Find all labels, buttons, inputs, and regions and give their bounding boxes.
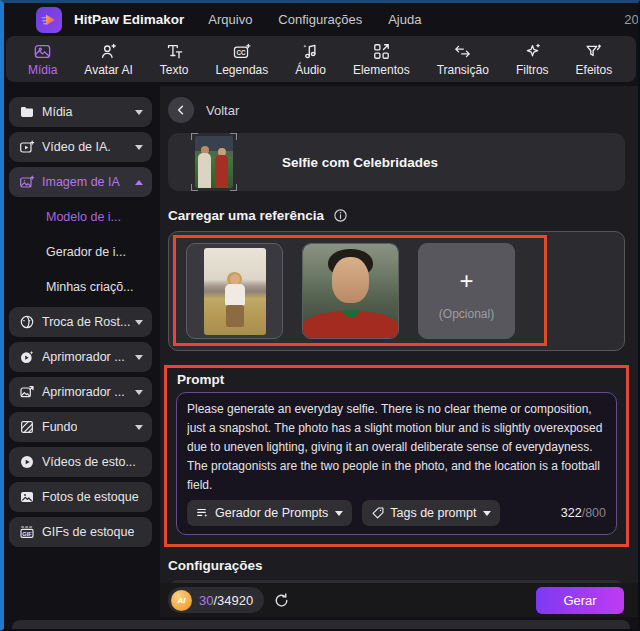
- tab-elementos[interactable]: Elementos: [353, 42, 410, 77]
- svg-text:CC: CC: [236, 49, 246, 56]
- app-window: HitPaw Edimakor Arquivo Configurações Aj…: [0, 0, 640, 631]
- plus-icon: +: [459, 269, 473, 293]
- elements-icon: [372, 42, 391, 62]
- annotation-highlight-prompt: Prompt Please generate an everyday selfi…: [164, 365, 629, 547]
- chevron-down-icon: [135, 425, 143, 430]
- reference-photo-woman[interactable]: [186, 243, 283, 339]
- menu-configuracoes[interactable]: Configurações: [278, 12, 362, 27]
- reference-upload-container: + (Opcional): [168, 231, 625, 351]
- app-title: HitPaw Edimakor: [74, 12, 184, 27]
- tab-audio[interactable]: Áudio: [295, 42, 326, 77]
- reference-photo-celebrity-image: [303, 244, 398, 338]
- char-counter: 322/800: [561, 506, 606, 520]
- settings-section-title: Configurações: [168, 558, 625, 573]
- back-label: Voltar: [206, 103, 239, 118]
- tag-icon: [371, 506, 385, 520]
- clock-partial: 202: [624, 12, 638, 27]
- stock-video-icon: [19, 454, 35, 470]
- filters-icon: [523, 42, 542, 62]
- app-logo-icon: [36, 7, 62, 33]
- footer-bar: AI 30/34920 Gerar: [160, 583, 638, 617]
- audio-icon: [301, 42, 320, 62]
- effects-icon: [584, 42, 603, 62]
- chevron-down-icon: [135, 110, 143, 115]
- gif-icon: GIF: [19, 524, 35, 540]
- toolbar: Mídia Avatar AI Texto CC: [6, 36, 636, 82]
- tab-texto[interactable]: Texto: [160, 42, 189, 77]
- sidebar-item-fotos-de-estoque[interactable]: Fotos de estoque: [9, 482, 152, 512]
- main-panel: Voltar Selfie com Celebridades Carregar …: [160, 86, 638, 617]
- tab-midia[interactable]: Mídia: [28, 42, 57, 77]
- menu-arquivo[interactable]: Arquivo: [208, 12, 252, 27]
- chevron-down-icon: [135, 145, 143, 150]
- chevron-up-icon: [135, 180, 143, 185]
- list-sparkle-icon: [196, 506, 210, 520]
- background-icon: [19, 419, 35, 435]
- prompt-box: Please generate an everyday selfie. Ther…: [176, 392, 617, 535]
- transition-icon: [453, 42, 472, 62]
- chevron-down-icon: [135, 355, 143, 360]
- sidebar-item-midia[interactable]: Mídia: [9, 97, 152, 127]
- reference-photo-woman-image: [204, 248, 266, 335]
- credits-total: /34920: [213, 593, 253, 608]
- chevron-down-icon: [335, 511, 343, 516]
- ai-image-icon: [19, 174, 35, 190]
- svg-text:GIF: GIF: [22, 531, 32, 537]
- sidebar-item-troca-de-rosto[interactable]: Troca de Rost...: [9, 307, 152, 337]
- ai-coin-icon: AI: [171, 590, 192, 611]
- titlebar: HitPaw Edimakor Arquivo Configurações Aj…: [4, 3, 638, 36]
- optional-label: (Opcional): [439, 307, 494, 321]
- timeline-panel-edge: [12, 620, 630, 629]
- reference-section-title: Carregar uma referência: [168, 208, 324, 223]
- image-enhancer-icon: [19, 384, 35, 400]
- credits-pill: AI 30/34920: [168, 587, 264, 613]
- ai-video-icon: [19, 139, 35, 155]
- face-swap-icon: [19, 314, 35, 330]
- tab-transicao[interactable]: Transição: [437, 42, 489, 77]
- credits-used: 30: [199, 593, 213, 608]
- sidebar: Mídia Vídeo de IA. Imagem de IA: [4, 86, 160, 617]
- sidebar-item-video-de-ia[interactable]: Vídeo de IA.: [9, 132, 152, 162]
- chevron-down-icon: [135, 320, 143, 325]
- tab-efeitos[interactable]: Efeitos: [576, 42, 613, 77]
- sidebar-item-aprimorador-imagem[interactable]: Aprimorador ...: [9, 377, 152, 407]
- refresh-icon[interactable]: [273, 592, 290, 609]
- folder-icon: [19, 104, 35, 120]
- sidebar-item-gifs-de-estoque[interactable]: GIF GIFs de estoque: [9, 517, 152, 547]
- chevron-down-icon: [483, 511, 491, 516]
- sidebar-subitem-gerador-de-imagem[interactable]: Gerador de i...: [9, 237, 152, 267]
- avatar-icon: [99, 42, 118, 62]
- prompt-tags-dropdown[interactable]: Tags de prompt: [362, 500, 500, 526]
- text-icon: [165, 42, 184, 62]
- template-thumbnail: [194, 135, 234, 189]
- stock-photo-icon: [19, 489, 35, 505]
- sidebar-item-fundo[interactable]: Fundo: [9, 412, 152, 442]
- sidebar-subitem-minhas-criacoes[interactable]: Minhas criaçõ...: [9, 272, 152, 302]
- reference-photo-celebrity[interactable]: [302, 243, 399, 339]
- menubar: Arquivo Configurações Ajuda: [208, 12, 421, 27]
- tab-avatar-ai[interactable]: Avatar AI: [84, 42, 132, 77]
- menu-ajuda[interactable]: Ajuda: [388, 12, 421, 27]
- sidebar-item-aprimorador-video[interactable]: Aprimorador ...: [9, 342, 152, 372]
- captions-icon: CC: [232, 42, 252, 62]
- sidebar-subitem-modelo-de-imagem[interactable]: Modelo de i...: [9, 202, 152, 232]
- info-icon[interactable]: [333, 208, 348, 223]
- sidebar-item-imagem-de-ia[interactable]: Imagem de IA: [9, 167, 152, 197]
- prompt-generator-dropdown[interactable]: Gerador de Prompts: [187, 500, 352, 526]
- template-title: Selfie com Celebridades: [282, 155, 438, 170]
- generate-button[interactable]: Gerar: [536, 587, 624, 614]
- tab-filtros[interactable]: Filtros: [516, 42, 549, 77]
- sidebar-item-videos-de-estoque[interactable]: Vídeos de esto...: [9, 447, 152, 477]
- media-icon: [33, 42, 52, 62]
- back-button[interactable]: [168, 97, 194, 123]
- video-enhancer-icon: [19, 349, 35, 365]
- template-header-card[interactable]: Selfie com Celebridades: [168, 133, 625, 191]
- tab-legendas[interactable]: CC Legendas: [216, 42, 269, 77]
- prompt-textarea[interactable]: Please generate an everyday selfie. Ther…: [187, 400, 606, 496]
- add-reference-button[interactable]: + (Opcional): [418, 243, 515, 339]
- chevron-down-icon: [135, 390, 143, 395]
- prompt-section-title: Prompt: [177, 372, 617, 387]
